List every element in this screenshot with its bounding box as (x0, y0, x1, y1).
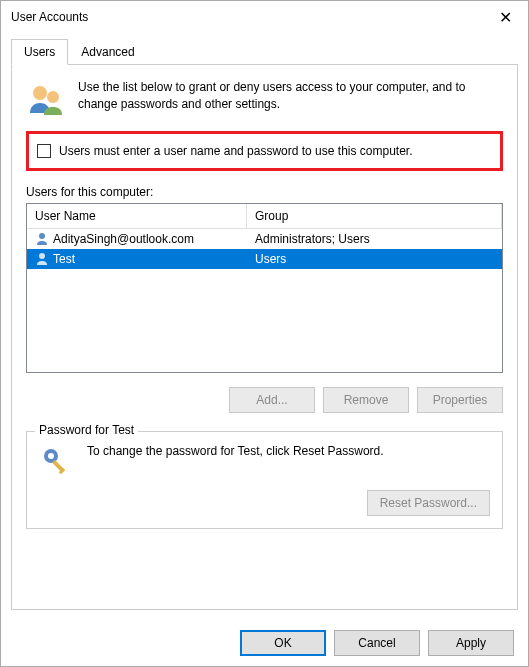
checkbox-icon (37, 144, 51, 158)
cancel-button[interactable]: Cancel (334, 630, 420, 656)
apply-button[interactable]: Apply (428, 630, 514, 656)
intro-row: Use the list below to grant or deny user… (26, 79, 503, 119)
password-groupbox: Password for Test To change the password… (26, 431, 503, 529)
password-legend: Password for Test (35, 423, 138, 437)
close-icon: ✕ (499, 8, 512, 27)
users-icon (26, 79, 66, 119)
cell-group: Users (255, 252, 286, 266)
user-icon (35, 252, 49, 266)
tab-advanced[interactable]: Advanced (68, 39, 147, 65)
tab-users[interactable]: Users (11, 39, 68, 65)
cell-group: Administrators; Users (255, 232, 370, 246)
tab-advanced-label: Advanced (81, 45, 134, 59)
svg-point-2 (39, 233, 45, 239)
key-icon (39, 444, 75, 480)
cell-username: AdityaSingh@outlook.com (53, 232, 194, 246)
content-area: Users Advanced Use the list below to gra… (1, 33, 528, 620)
user-icon (35, 232, 49, 246)
dialog-buttons: OK Cancel Apply (1, 620, 528, 666)
password-text: To change the password for Test, click R… (87, 444, 490, 458)
svg-point-1 (47, 91, 59, 103)
list-buttons-row: Add... Remove Properties (26, 387, 503, 413)
users-listbox[interactable]: User Name Group AdityaSingh@outlook.com … (26, 203, 503, 373)
close-button[interactable]: ✕ (482, 1, 528, 33)
reset-password-button[interactable]: Reset Password... (367, 490, 490, 516)
ok-button[interactable]: OK (240, 630, 326, 656)
table-row[interactable]: Test Users (27, 249, 502, 269)
highlight-box: Users must enter a user name and passwor… (26, 131, 503, 171)
cell-username: Test (53, 252, 75, 266)
intro-text: Use the list below to grant or deny user… (78, 79, 503, 119)
tab-body-users: Use the list below to grant or deny user… (11, 65, 518, 610)
user-accounts-window: User Accounts ✕ Users Advanced Use the l… (0, 0, 529, 667)
svg-point-5 (48, 453, 54, 459)
column-username[interactable]: User Name (27, 204, 247, 228)
svg-point-0 (33, 86, 47, 100)
window-title: User Accounts (11, 10, 482, 24)
tab-strip: Users Advanced (11, 39, 518, 65)
remove-button[interactable]: Remove (323, 387, 409, 413)
titlebar: User Accounts ✕ (1, 1, 528, 33)
require-password-checkbox[interactable]: Users must enter a user name and passwor… (37, 144, 492, 158)
svg-point-3 (39, 253, 45, 259)
list-header: User Name Group (27, 204, 502, 229)
properties-button[interactable]: Properties (417, 387, 503, 413)
table-row[interactable]: AdityaSingh@outlook.com Administrators; … (27, 229, 502, 249)
checkbox-label: Users must enter a user name and passwor… (59, 144, 413, 158)
users-list-label: Users for this computer: (26, 185, 503, 199)
column-group[interactable]: Group (247, 204, 502, 228)
tab-users-label: Users (24, 45, 55, 59)
add-button[interactable]: Add... (229, 387, 315, 413)
